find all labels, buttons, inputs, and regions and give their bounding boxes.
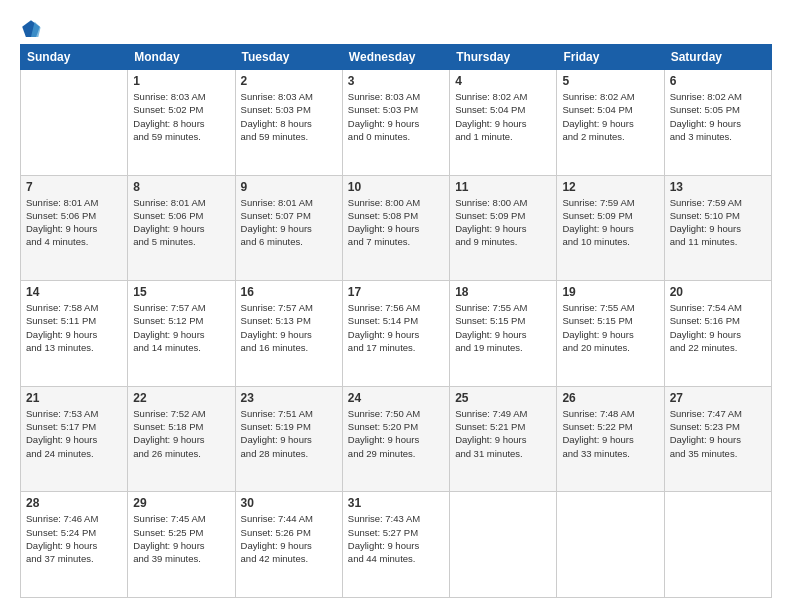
day-number: 30: [241, 496, 337, 510]
calendar-cell: [450, 492, 557, 598]
day-number: 1: [133, 74, 229, 88]
day-number: 2: [241, 74, 337, 88]
cell-info: Sunrise: 7:53 AMSunset: 5:17 PMDaylight:…: [26, 407, 122, 460]
calendar-cell: 17Sunrise: 7:56 AMSunset: 5:14 PMDayligh…: [342, 281, 449, 387]
cell-info: Sunrise: 7:56 AMSunset: 5:14 PMDaylight:…: [348, 301, 444, 354]
cell-info: Sunrise: 7:52 AMSunset: 5:18 PMDaylight:…: [133, 407, 229, 460]
cell-info: Sunrise: 8:03 AMSunset: 5:02 PMDaylight:…: [133, 90, 229, 143]
cell-info: Sunrise: 7:57 AMSunset: 5:13 PMDaylight:…: [241, 301, 337, 354]
cell-info: Sunrise: 8:03 AMSunset: 5:03 PMDaylight:…: [241, 90, 337, 143]
calendar-week-row: 1Sunrise: 8:03 AMSunset: 5:02 PMDaylight…: [21, 70, 772, 176]
day-number: 4: [455, 74, 551, 88]
cell-info: Sunrise: 7:45 AMSunset: 5:25 PMDaylight:…: [133, 512, 229, 565]
day-number: 8: [133, 180, 229, 194]
calendar-cell: [664, 492, 771, 598]
day-number: 14: [26, 285, 122, 299]
calendar-cell: 12Sunrise: 7:59 AMSunset: 5:09 PMDayligh…: [557, 175, 664, 281]
cell-info: Sunrise: 7:57 AMSunset: 5:12 PMDaylight:…: [133, 301, 229, 354]
day-number: 24: [348, 391, 444, 405]
calendar-cell: 5Sunrise: 8:02 AMSunset: 5:04 PMDaylight…: [557, 70, 664, 176]
calendar-week-row: 7Sunrise: 8:01 AMSunset: 5:06 PMDaylight…: [21, 175, 772, 281]
logo-icon: [20, 18, 42, 40]
day-number: 7: [26, 180, 122, 194]
weekday-header: Sunday: [21, 45, 128, 70]
day-number: 12: [562, 180, 658, 194]
calendar-table: SundayMondayTuesdayWednesdayThursdayFrid…: [20, 44, 772, 598]
day-number: 22: [133, 391, 229, 405]
calendar-cell: 6Sunrise: 8:02 AMSunset: 5:05 PMDaylight…: [664, 70, 771, 176]
calendar-cell: 19Sunrise: 7:55 AMSunset: 5:15 PMDayligh…: [557, 281, 664, 387]
cell-info: Sunrise: 8:02 AMSunset: 5:04 PMDaylight:…: [455, 90, 551, 143]
cell-info: Sunrise: 7:49 AMSunset: 5:21 PMDaylight:…: [455, 407, 551, 460]
day-number: 28: [26, 496, 122, 510]
calendar-body: 1Sunrise: 8:03 AMSunset: 5:02 PMDaylight…: [21, 70, 772, 598]
day-number: 31: [348, 496, 444, 510]
weekday-header: Saturday: [664, 45, 771, 70]
calendar-cell: 18Sunrise: 7:55 AMSunset: 5:15 PMDayligh…: [450, 281, 557, 387]
calendar-cell: 4Sunrise: 8:02 AMSunset: 5:04 PMDaylight…: [450, 70, 557, 176]
day-number: 20: [670, 285, 766, 299]
cell-info: Sunrise: 7:51 AMSunset: 5:19 PMDaylight:…: [241, 407, 337, 460]
calendar-week-row: 28Sunrise: 7:46 AMSunset: 5:24 PMDayligh…: [21, 492, 772, 598]
day-number: 11: [455, 180, 551, 194]
calendar-cell: 16Sunrise: 7:57 AMSunset: 5:13 PMDayligh…: [235, 281, 342, 387]
cell-info: Sunrise: 7:50 AMSunset: 5:20 PMDaylight:…: [348, 407, 444, 460]
calendar-cell: 2Sunrise: 8:03 AMSunset: 5:03 PMDaylight…: [235, 70, 342, 176]
calendar-cell: 13Sunrise: 7:59 AMSunset: 5:10 PMDayligh…: [664, 175, 771, 281]
day-number: 13: [670, 180, 766, 194]
calendar-cell: 23Sunrise: 7:51 AMSunset: 5:19 PMDayligh…: [235, 386, 342, 492]
calendar-cell: 24Sunrise: 7:50 AMSunset: 5:20 PMDayligh…: [342, 386, 449, 492]
day-number: 5: [562, 74, 658, 88]
weekday-header: Wednesday: [342, 45, 449, 70]
cell-info: Sunrise: 7:43 AMSunset: 5:27 PMDaylight:…: [348, 512, 444, 565]
weekday-header: Thursday: [450, 45, 557, 70]
cell-info: Sunrise: 8:01 AMSunset: 5:07 PMDaylight:…: [241, 196, 337, 249]
calendar-cell: [557, 492, 664, 598]
day-number: 10: [348, 180, 444, 194]
cell-info: Sunrise: 8:02 AMSunset: 5:04 PMDaylight:…: [562, 90, 658, 143]
calendar-cell: 31Sunrise: 7:43 AMSunset: 5:27 PMDayligh…: [342, 492, 449, 598]
calendar-cell: 30Sunrise: 7:44 AMSunset: 5:26 PMDayligh…: [235, 492, 342, 598]
day-number: 6: [670, 74, 766, 88]
cell-info: Sunrise: 7:59 AMSunset: 5:10 PMDaylight:…: [670, 196, 766, 249]
day-number: 21: [26, 391, 122, 405]
calendar-cell: 26Sunrise: 7:48 AMSunset: 5:22 PMDayligh…: [557, 386, 664, 492]
calendar-cell: 21Sunrise: 7:53 AMSunset: 5:17 PMDayligh…: [21, 386, 128, 492]
day-number: 27: [670, 391, 766, 405]
day-number: 17: [348, 285, 444, 299]
cell-info: Sunrise: 7:58 AMSunset: 5:11 PMDaylight:…: [26, 301, 122, 354]
calendar-cell: 3Sunrise: 8:03 AMSunset: 5:03 PMDaylight…: [342, 70, 449, 176]
day-number: 18: [455, 285, 551, 299]
calendar-cell: 10Sunrise: 8:00 AMSunset: 5:08 PMDayligh…: [342, 175, 449, 281]
calendar-cell: 29Sunrise: 7:45 AMSunset: 5:25 PMDayligh…: [128, 492, 235, 598]
logo: [20, 18, 46, 40]
calendar-header-row: SundayMondayTuesdayWednesdayThursdayFrid…: [21, 45, 772, 70]
cell-info: Sunrise: 7:59 AMSunset: 5:09 PMDaylight:…: [562, 196, 658, 249]
calendar-cell: 7Sunrise: 8:01 AMSunset: 5:06 PMDaylight…: [21, 175, 128, 281]
calendar-cell: 9Sunrise: 8:01 AMSunset: 5:07 PMDaylight…: [235, 175, 342, 281]
cell-info: Sunrise: 7:54 AMSunset: 5:16 PMDaylight:…: [670, 301, 766, 354]
calendar-cell: 1Sunrise: 8:03 AMSunset: 5:02 PMDaylight…: [128, 70, 235, 176]
cell-info: Sunrise: 8:01 AMSunset: 5:06 PMDaylight:…: [133, 196, 229, 249]
cell-info: Sunrise: 8:02 AMSunset: 5:05 PMDaylight:…: [670, 90, 766, 143]
cell-info: Sunrise: 7:55 AMSunset: 5:15 PMDaylight:…: [562, 301, 658, 354]
day-number: 29: [133, 496, 229, 510]
calendar-cell: 15Sunrise: 7:57 AMSunset: 5:12 PMDayligh…: [128, 281, 235, 387]
calendar-cell: 22Sunrise: 7:52 AMSunset: 5:18 PMDayligh…: [128, 386, 235, 492]
cell-info: Sunrise: 8:00 AMSunset: 5:09 PMDaylight:…: [455, 196, 551, 249]
day-number: 16: [241, 285, 337, 299]
day-number: 26: [562, 391, 658, 405]
weekday-header: Tuesday: [235, 45, 342, 70]
calendar-cell: 20Sunrise: 7:54 AMSunset: 5:16 PMDayligh…: [664, 281, 771, 387]
day-number: 9: [241, 180, 337, 194]
cell-info: Sunrise: 8:03 AMSunset: 5:03 PMDaylight:…: [348, 90, 444, 143]
day-number: 23: [241, 391, 337, 405]
cell-info: Sunrise: 7:47 AMSunset: 5:23 PMDaylight:…: [670, 407, 766, 460]
header: [20, 18, 772, 40]
page: SundayMondayTuesdayWednesdayThursdayFrid…: [0, 0, 792, 612]
cell-info: Sunrise: 7:48 AMSunset: 5:22 PMDaylight:…: [562, 407, 658, 460]
day-number: 15: [133, 285, 229, 299]
calendar-cell: 27Sunrise: 7:47 AMSunset: 5:23 PMDayligh…: [664, 386, 771, 492]
calendar-cell: [21, 70, 128, 176]
cell-info: Sunrise: 7:55 AMSunset: 5:15 PMDaylight:…: [455, 301, 551, 354]
